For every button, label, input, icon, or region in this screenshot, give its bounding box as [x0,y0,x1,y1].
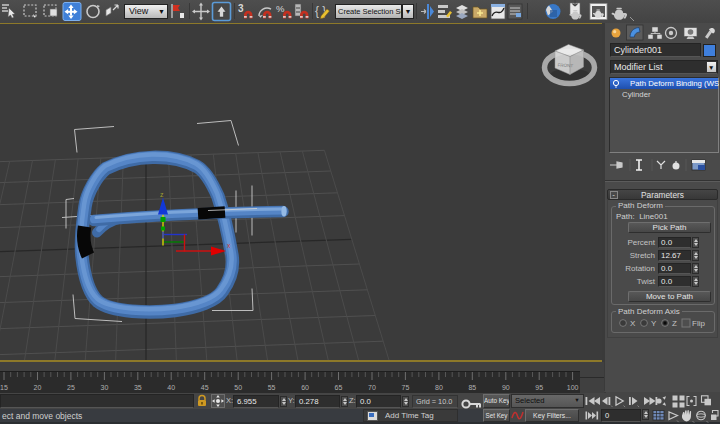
svg-text:30: 30 [101,384,109,391]
svg-text:45: 45 [201,384,209,391]
svg-text:%: % [276,3,285,14]
svg-text:z: z [160,190,164,197]
svg-text:40: 40 [167,384,175,391]
svg-text:90: 90 [502,384,510,391]
svg-text:65: 65 [335,384,343,391]
svg-text:25: 25 [67,384,75,391]
svg-text:70: 70 [368,384,376,391]
svg-text:80: 80 [435,384,443,391]
svg-text:15: 15 [0,384,8,391]
svg-text:20: 20 [34,384,42,391]
svg-text:55: 55 [268,384,276,391]
svg-text:60: 60 [301,384,309,391]
svg-text:3: 3 [238,3,244,14]
svg-text:35: 35 [134,384,142,391]
svg-text:50: 50 [234,384,242,391]
svg-text:100: 100 [567,384,579,391]
svg-text:85: 85 [468,384,476,391]
svg-text:75: 75 [402,384,410,391]
svg-text:95: 95 [535,384,543,391]
svg-text:FRONT: FRONT [557,62,573,68]
